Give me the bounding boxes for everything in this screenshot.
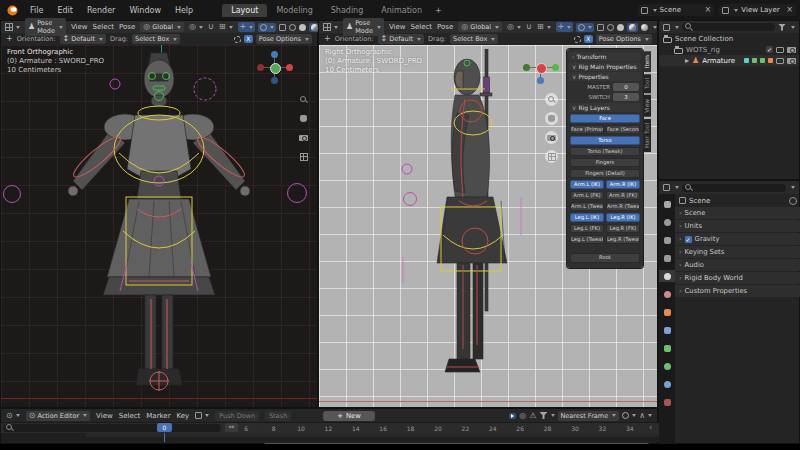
monitor-icon[interactable]: [776, 58, 784, 64]
camera-icon[interactable]: [787, 58, 796, 64]
rig-layer-arm-r-ik[interactable]: Arm.R (IK): [606, 180, 640, 190]
pose-options-dropdown[interactable]: Pose Options: [596, 34, 652, 44]
shading-rendered-icon[interactable]: [641, 24, 648, 31]
orientation-select[interactable]: ↕Default: [60, 34, 106, 44]
shading-wireframe-icon[interactable]: [289, 24, 296, 31]
remove-view-layer-icon[interactable]: ×: [786, 6, 793, 14]
display-mode-icon[interactable]: [663, 24, 670, 31]
view-axis-gizmo[interactable]: [257, 51, 293, 87]
xray-toggle-icon[interactable]: [279, 24, 286, 31]
properties-tab-object-data[interactable]: [659, 342, 675, 354]
rig-layer-leg-l-fk[interactable]: Leg.L (FK): [570, 224, 604, 234]
camera-view-icon[interactable]: [545, 131, 558, 144]
viewport-menu-pose[interactable]: Pose: [437, 23, 453, 31]
viewport-menu-select[interactable]: Select: [411, 23, 433, 31]
pin-icon[interactable]: [789, 197, 797, 205]
rig-control-ring[interactable]: [3, 185, 21, 203]
menu-file[interactable]: File: [30, 6, 43, 15]
properties-panel-audio[interactable]: ›Audio: [675, 259, 800, 271]
properties-tab-modifiers[interactable]: [659, 324, 675, 336]
rig-layer-leg-l-tweak[interactable]: Leg.L (Tweak): [570, 235, 604, 245]
workspace-tab-animation[interactable]: Animation: [372, 4, 431, 17]
properties-tab-texture[interactable]: [659, 396, 675, 408]
drag-select[interactable]: Select Box: [132, 34, 180, 44]
menu-window[interactable]: Window: [129, 6, 161, 15]
properties-tab-browse-icon[interactable]: [663, 184, 670, 191]
character-model-side[interactable]: [389, 49, 589, 405]
field-value[interactable]: 0: [613, 83, 639, 91]
panel-rig-main-properties[interactable]: ∨Rig Main Properties: [569, 62, 641, 71]
shading-material-icon[interactable]: [627, 23, 638, 32]
rig-layer-leg-r-fk[interactable]: Leg.R (FK): [606, 224, 640, 234]
pose-options-dropdown[interactable]: Pose Options: [256, 34, 312, 44]
axis-z-neg[interactable]: [271, 77, 278, 84]
filter-dropdown[interactable]: [540, 412, 555, 419]
shading-wireframe-icon[interactable]: [607, 24, 614, 31]
character-model-front[interactable]: [59, 49, 259, 405]
axis-z-neg[interactable]: [537, 77, 544, 84]
gizmo-toggle[interactable]: +: [238, 22, 256, 32]
collapse-region-icon[interactable]: ‹: [649, 423, 652, 432]
filter-icon[interactable]: [778, 24, 786, 31]
panel-properties[interactable]: ∨Properties: [569, 72, 641, 81]
properties-panel-scene[interactable]: ›Scene: [675, 207, 800, 219]
warning-icon[interactable]: ⚠: [529, 412, 536, 420]
key-type-dropdown[interactable]: ∧: [639, 412, 652, 420]
overlays-toggle[interactable]: [258, 23, 276, 32]
properties-tab-output[interactable]: [659, 234, 675, 246]
rig-layer-arm-l-tweak[interactable]: Arm.L (Tweak): [570, 202, 604, 212]
snapping-dropdown[interactable]: ⊞: [219, 23, 233, 31]
viewport-menu-view[interactable]: View: [389, 23, 406, 31]
properties-tab-object[interactable]: [659, 306, 675, 318]
rig-layer-arm-r-fk[interactable]: Arm.R (FK): [606, 191, 640, 201]
properties-panel-rigid-body-world[interactable]: ›Rigid Body World: [675, 272, 800, 284]
axis-x-pos[interactable]: [286, 64, 293, 71]
timeline-channels[interactable]: [1, 433, 659, 442]
axis-y-neg[interactable]: [523, 64, 530, 71]
dope-menu-key[interactable]: Key: [177, 412, 190, 420]
checkbox-icon[interactable]: ✓: [685, 236, 692, 243]
n-panel-tab-item[interactable]: Item: [643, 51, 651, 72]
channel-search-input[interactable]: [3, 424, 221, 432]
gear-icon[interactable]: [234, 36, 241, 43]
orientation-dropdown[interactable]: ◎Global: [458, 22, 502, 32]
properties-tab-physics[interactable]: [659, 378, 675, 390]
editor-type-dropdown[interactable]: [5, 23, 20, 31]
viewport-menu-pose[interactable]: Pose: [119, 23, 135, 31]
properties-tab-tool[interactable]: [659, 198, 675, 210]
rig-layer-face-second[interactable]: Face (Second..: [606, 125, 640, 135]
overlays-toggle[interactable]: [576, 23, 594, 32]
gear-icon[interactable]: [574, 36, 581, 43]
perspective-grid-icon[interactable]: [545, 150, 558, 163]
menu-edit[interactable]: Edit: [57, 6, 73, 15]
workspace-tab-layout[interactable]: Layout: [222, 4, 267, 17]
view-axis-gizmo[interactable]: [523, 51, 559, 87]
viewport-menu-view[interactable]: View: [71, 23, 88, 31]
rig-layer-root[interactable]: Root: [570, 253, 640, 263]
snap-magnet-icon[interactable]: ∪: [526, 23, 532, 31]
x-mirror-toggle[interactable]: X: [584, 35, 593, 43]
properties-tab-render[interactable]: [659, 216, 675, 228]
pan-hand-icon[interactable]: [545, 112, 558, 125]
push-down-button[interactable]: Push Down: [215, 411, 259, 421]
drag-select[interactable]: Select Box: [450, 34, 498, 44]
shading-solid-icon[interactable]: [617, 24, 624, 31]
menu-render[interactable]: Render: [87, 6, 115, 15]
panel-rig-layers[interactable]: ∨Rig Layers: [569, 103, 641, 112]
n-panel-tab-hair-tool[interactable]: Hair Tool: [643, 119, 651, 152]
pan-hand-icon[interactable]: [297, 112, 310, 125]
field-value[interactable]: 3: [613, 93, 639, 101]
axis-z-pos[interactable]: [271, 51, 278, 58]
rig-layer-leg-r-ik[interactable]: Leg.R (IK): [606, 213, 640, 223]
pose-mode-dropdown[interactable]: ♟Pose Mode: [25, 18, 66, 36]
rig-layer-fingers-detail[interactable]: Fingers (Detail): [570, 169, 640, 179]
properties-panel-units[interactable]: ›Units: [675, 220, 800, 232]
properties-panel-gravity[interactable]: ›✓Gravity: [675, 233, 800, 245]
outliner-row-scene-collection[interactable]: Scene Collection: [659, 33, 799, 44]
rig-layer-leg-r-tweak[interactable]: Leg.R (Tweak): [606, 235, 640, 245]
viewport-canvas-side[interactable]: Right Orthographic (0) Armature : SWORD_…: [319, 45, 657, 407]
properties-panel-keying-sets[interactable]: ›Keying Sets: [675, 246, 800, 258]
rig-layer-torso-tweak[interactable]: Torso (Tweak): [570, 147, 640, 157]
rig-layer-torso[interactable]: Torso: [570, 136, 640, 146]
zoom-icon[interactable]: [545, 93, 558, 106]
